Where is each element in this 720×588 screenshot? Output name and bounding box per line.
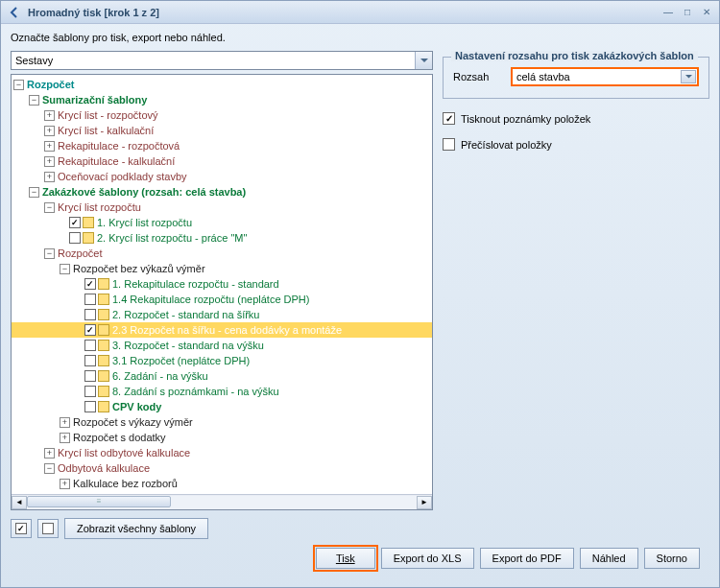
tree-node[interactable]: Zakázkové šablony (rozsah: celá stavba): [42, 186, 246, 198]
close-button[interactable]: ✕: [700, 6, 713, 19]
expander[interactable]: +: [44, 141, 55, 152]
doc-icon: [98, 324, 109, 336]
doc-icon: [98, 386, 109, 397]
print-button[interactable]: Tisk: [316, 548, 375, 569]
template-checkbox[interactable]: [84, 324, 96, 336]
check-all-button[interactable]: [11, 519, 32, 538]
tree-node[interactable]: Rozpočet s výkazy výměr: [73, 416, 193, 428]
tree-node[interactable]: Rekapitulace - kalkulační: [58, 155, 175, 167]
dialog-window: Hromadný tisk [krok 1 z 2] — □ ✕ Označte…: [0, 0, 720, 588]
expander[interactable]: +: [44, 126, 55, 136]
expander[interactable]: +: [44, 110, 55, 121]
scope-settings-group: Nastavení rozsahu pro tisk zakázkových š…: [443, 57, 709, 99]
doc-icon: [98, 294, 109, 305]
minimize-button[interactable]: —: [661, 6, 675, 19]
tree-node[interactable]: Rozpočet s dodatky: [73, 432, 166, 443]
template-checkbox[interactable]: [84, 340, 96, 351]
tree-leaf[interactable]: 8. Zadání s poznámkami - na výšku: [112, 386, 279, 397]
expander[interactable]: +: [60, 479, 70, 489]
doc-icon: [83, 217, 94, 228]
expander[interactable]: −: [44, 248, 55, 259]
expander[interactable]: −: [29, 95, 39, 106]
tree-node[interactable]: Kalkulace bez rozborů: [73, 478, 178, 489]
print-notes-checkbox[interactable]: [443, 112, 455, 125]
chevron-down-icon[interactable]: [415, 52, 432, 69]
template-checkbox[interactable]: [69, 232, 81, 244]
window-title: Hromadný tisk [krok 1 z 2]: [28, 7, 661, 18]
tree-node[interactable]: Rozpočet bez výkazů výměr: [73, 263, 205, 274]
tree-leaf[interactable]: 1.4 Rekapitulace rozpočtu (neplátce DPH): [112, 294, 309, 305]
expander[interactable]: +: [44, 448, 55, 459]
expander[interactable]: −: [13, 80, 24, 90]
doc-icon: [98, 370, 109, 382]
template-checkbox[interactable]: [84, 278, 96, 290]
reports-dropdown-value: Sestavy: [15, 55, 53, 66]
back-icon[interactable]: [7, 5, 22, 20]
preview-button[interactable]: Náhled: [580, 548, 638, 569]
show-all-templates-button[interactable]: Zobrazit všechny šablony: [64, 518, 208, 539]
doc-icon: [98, 401, 109, 412]
template-checkbox[interactable]: [84, 309, 96, 320]
tree-node-root[interactable]: Rozpočet: [27, 79, 75, 90]
expander[interactable]: −: [44, 463, 55, 474]
expander[interactable]: +: [60, 417, 70, 428]
renumber-label: Přečíslovat položky: [461, 139, 552, 151]
scroll-thumb[interactable]: ≡: [27, 496, 171, 507]
tree-node[interactable]: Krycí list - kalkulační: [58, 125, 154, 136]
footer-buttons: Tisk Export do XLS Export do PDF Náhled …: [11, 545, 709, 579]
template-checkbox[interactable]: [84, 355, 96, 366]
doc-icon: [98, 355, 109, 366]
tree-node[interactable]: Krycí list rozpočtu: [58, 201, 141, 213]
print-notes-label: Tisknout poznámky položek: [461, 113, 590, 125]
tree-leaf[interactable]: 1. Krycí list rozpočtu: [97, 217, 192, 228]
tree-leaf[interactable]: CPV kody: [112, 401, 161, 412]
export-pdf-button[interactable]: Export do PDF: [480, 548, 574, 569]
renumber-checkbox[interactable]: [443, 138, 455, 151]
tree-node[interactable]: Oceňovací podklady stavby: [58, 171, 187, 182]
tree-node[interactable]: Sumarizační šablony: [42, 94, 147, 106]
template-checkbox[interactable]: [84, 401, 96, 412]
expander[interactable]: −: [60, 264, 70, 274]
reports-dropdown[interactable]: Sestavy: [11, 51, 433, 70]
template-checkbox[interactable]: [69, 217, 81, 228]
tree-leaf[interactable]: 2. Rozpočet - standard na šířku: [112, 309, 259, 320]
tree-leaf-selected[interactable]: 2.3 Rozpočet na šířku - cena dodávky a m…: [112, 324, 342, 336]
tree-node[interactable]: Rekapitulace - rozpočtová: [58, 140, 180, 152]
tree-node[interactable]: Rozpočet: [58, 247, 102, 259]
expander[interactable]: +: [60, 433, 70, 443]
tree-leaf[interactable]: 2. Krycí list rozpočtu - práce "M": [97, 232, 247, 244]
expander[interactable]: −: [29, 187, 39, 198]
instruction-text: Označte šablony pro tisk, export nebo ná…: [11, 32, 709, 43]
tree-node[interactable]: Odbytová kalkulace: [58, 462, 150, 474]
tree-node[interactable]: Krycí list - rozpočtový: [58, 109, 158, 121]
cancel-button[interactable]: Storno: [644, 548, 700, 569]
rozsah-select[interactable]: celá stavba: [511, 67, 699, 86]
scope-legend: Nastavení rozsahu pro tisk zakázkových š…: [451, 51, 698, 61]
content: Označte šablony pro tisk, export nebo ná…: [1, 24, 719, 587]
chevron-down-icon[interactable]: [681, 70, 696, 83]
doc-icon: [98, 309, 109, 320]
expander[interactable]: +: [44, 156, 55, 167]
template-checkbox[interactable]: [84, 294, 96, 305]
rozsah-label: Rozsah: [453, 71, 501, 82]
tree-node[interactable]: Krycí list odbytové kalkulace: [58, 447, 190, 459]
template-tree: −Rozpočet −Sumarizační šablony +Krycí li…: [11, 74, 433, 510]
expander[interactable]: +: [44, 172, 55, 182]
tree-leaf[interactable]: 1. Rekapitulace rozpočtu - standard: [112, 278, 279, 290]
scroll-right-icon[interactable]: ►: [417, 496, 432, 509]
doc-icon: [98, 278, 109, 290]
expander[interactable]: −: [44, 202, 55, 213]
titlebar: Hromadný tisk [krok 1 z 2] — □ ✕: [1, 1, 719, 24]
rozsah-value: celá stavba: [516, 71, 570, 82]
maximize-button[interactable]: □: [681, 6, 694, 19]
horizontal-scrollbar[interactable]: ◄ ≡ ►: [12, 494, 432, 509]
export-xls-button[interactable]: Export do XLS: [381, 548, 474, 569]
uncheck-all-button[interactable]: [37, 519, 59, 538]
tree-leaf[interactable]: 6. Zadání - na výšku: [112, 370, 208, 382]
tree-leaf[interactable]: 3. Rozpočet - standard na výšku: [112, 340, 264, 351]
scroll-left-icon[interactable]: ◄: [12, 496, 27, 509]
template-checkbox[interactable]: [84, 370, 96, 382]
doc-icon: [98, 340, 109, 351]
tree-leaf[interactable]: 3.1 Rozpočet (neplátce DPH): [112, 355, 250, 366]
template-checkbox[interactable]: [84, 386, 96, 397]
